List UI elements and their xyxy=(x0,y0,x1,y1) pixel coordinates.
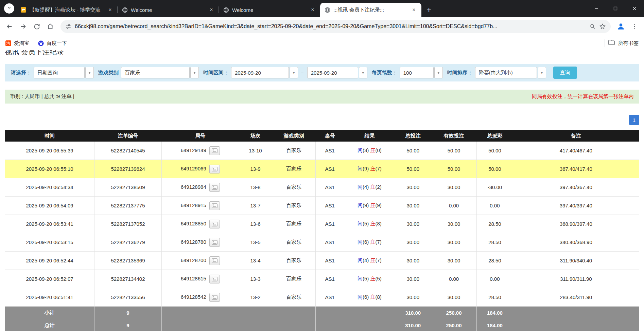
summary-cell: 250.00 xyxy=(431,319,476,331)
chevron-down-icon[interactable]: ▾ xyxy=(190,67,199,78)
cell-total-bet[interactable]: 30.00 xyxy=(395,215,431,233)
tab-close-icon[interactable]: × xyxy=(107,6,114,13)
round-result-image-button[interactable] xyxy=(209,275,220,283)
new-tab-button[interactable]: + xyxy=(423,4,435,16)
browser-tab[interactable]: :::视讯 会员下注纪录:::× xyxy=(320,3,421,17)
round-result-image-button[interactable] xyxy=(209,238,220,247)
menu-icon[interactable] xyxy=(628,20,641,33)
cell-total-bet[interactable]: 30.00 xyxy=(395,233,431,252)
query-type-select[interactable]: 日期查询 ▾ xyxy=(34,67,94,78)
forward-icon[interactable] xyxy=(17,20,29,33)
summary-label: 总计 xyxy=(5,319,94,331)
game-type-value[interactable]: 百家乐 xyxy=(121,67,190,78)
query-type-value[interactable]: 日期查询 xyxy=(34,67,85,78)
browser-tab[interactable]: 【新提醒】海燕论坛 - 博学交流× xyxy=(16,3,118,17)
cell-payout: 0.00 xyxy=(477,197,513,215)
tab-search-button[interactable] xyxy=(4,3,14,14)
all-bookmarks[interactable]: 所有书签 xyxy=(605,39,639,47)
table-row: 2025-09-20 06:53:41522827137052649128850… xyxy=(5,215,639,233)
zoom-icon[interactable] xyxy=(590,23,596,30)
page-size-value[interactable]: 100 xyxy=(400,67,434,78)
picture-icon xyxy=(212,222,217,226)
chevron-down-icon[interactable]: ▾ xyxy=(434,67,443,78)
sort-value[interactable]: 降幂(由大到小) xyxy=(475,67,537,78)
round-result-image-button[interactable] xyxy=(209,220,220,228)
picture-icon xyxy=(212,295,217,300)
minimize-button[interactable] xyxy=(587,0,606,17)
bookmark-item[interactable]: 百度一下 xyxy=(38,40,67,47)
search-button[interactable]: 查询 xyxy=(553,67,577,79)
round-result-image-button[interactable] xyxy=(209,146,220,155)
summary-cell xyxy=(272,319,316,331)
cell-total-bet[interactable]: 30.00 xyxy=(395,288,431,307)
sort-select[interactable]: 降幂(由大到小) ▾ xyxy=(475,67,546,78)
date-range-label: 时间区间： xyxy=(203,70,229,76)
url-text[interactable]: 66cxkj98.com/game/betrecord_search/kind3… xyxy=(75,23,586,30)
cell-valid-bet: 0.00 xyxy=(431,270,476,288)
close-button[interactable] xyxy=(625,0,644,17)
tab-close-icon[interactable]: × xyxy=(411,6,417,13)
round-result-image-button[interactable] xyxy=(209,201,220,210)
game-type-select[interactable]: 百家乐 ▾ xyxy=(121,67,199,78)
home-icon[interactable] xyxy=(44,20,56,33)
summary-cell: 310.00 xyxy=(395,307,431,319)
banker-label: 庄 xyxy=(370,239,375,245)
cell-valid-bet: 30.00 xyxy=(431,233,476,252)
tab-close-icon[interactable]: × xyxy=(309,6,316,13)
back-icon[interactable] xyxy=(3,20,16,33)
chevron-down-icon[interactable]: ▾ xyxy=(290,67,298,78)
player-label: 闲 xyxy=(358,294,363,300)
summary-row: 总计9310.00250.00184.00 xyxy=(5,319,639,331)
cell-bet-number: 522827135369 xyxy=(94,252,162,270)
bookmark-item[interactable]: 淘爱淘宝 xyxy=(5,40,29,47)
address-bar[interactable]: 66cxkj98.com/game/betrecord_search/kind3… xyxy=(60,20,611,33)
cell-round-number: 649128850 xyxy=(161,215,239,233)
round-result-image-button[interactable] xyxy=(209,183,220,192)
browser-tab[interactable]: Welcome× xyxy=(118,3,219,17)
table-row: 2025-09-20 06:55:10522827139624649129069… xyxy=(5,160,639,178)
profile-icon[interactable] xyxy=(615,20,627,33)
cell-session: 13-10 xyxy=(239,142,272,160)
reload-icon[interactable] xyxy=(31,20,43,33)
page-1-button[interactable]: 1 xyxy=(629,115,639,125)
cell-total-bet[interactable]: 50.00 xyxy=(395,160,431,178)
all-bookmarks-label: 所有书签 xyxy=(618,40,639,47)
date-start-select[interactable]: 2025-09-20 ▾ xyxy=(231,67,298,78)
cell-total-bet[interactable]: 30.00 xyxy=(395,270,431,288)
cell-result: 闲(5) 庄(8) xyxy=(344,215,395,233)
cell-total-bet[interactable]: 30.00 xyxy=(395,197,431,215)
cell-table-number: AS1 xyxy=(316,270,344,288)
round-result-image-button[interactable] xyxy=(209,165,220,173)
star-icon[interactable] xyxy=(599,23,606,30)
cell-total-bet[interactable]: 50.00 xyxy=(395,142,431,160)
cell-bet-number: 522827133556 xyxy=(94,288,162,307)
tab-close-icon[interactable]: × xyxy=(208,6,215,13)
cell-note: 368.90/397.40 xyxy=(513,215,639,233)
chevron-down-icon[interactable]: ▾ xyxy=(85,67,94,78)
tune-icon[interactable] xyxy=(65,23,71,30)
page-size-select[interactable]: 100 ▾ xyxy=(400,67,443,78)
cell-total-bet[interactable]: 30.00 xyxy=(395,178,431,197)
window-controls xyxy=(587,0,644,17)
round-number: 649129069 xyxy=(181,165,206,171)
browser-tab[interactable]: Welcome× xyxy=(219,3,320,17)
date-end-value[interactable]: 2025-09-20 xyxy=(307,67,358,78)
cell-table-number: AS1 xyxy=(316,252,344,270)
cell-result: 闲(9) 庄(9) xyxy=(344,197,395,215)
chevron-down-icon[interactable]: ▾ xyxy=(538,67,546,78)
cell-note: 340.40/368.90 xyxy=(513,233,639,252)
date-start-value[interactable]: 2025-09-20 xyxy=(231,67,289,78)
cell-total-bet[interactable]: 30.00 xyxy=(395,252,431,270)
date-end-select[interactable]: 2025-09-20 ▾ xyxy=(307,67,367,78)
round-result-image-button[interactable] xyxy=(209,256,220,265)
cell-table-number: AS1 xyxy=(316,160,344,178)
cell-note: 311.90/311.90 xyxy=(513,270,639,288)
cell-time: 2025-09-20 06:51:41 xyxy=(5,288,94,307)
chevron-down-icon[interactable]: ▾ xyxy=(359,67,367,78)
round-result-image-button[interactable] xyxy=(209,293,220,302)
table-row: 2025-09-20 06:53:15522827136279649128780… xyxy=(5,233,639,252)
maximize-button[interactable] xyxy=(606,0,625,17)
cell-bet-number: 522827137052 xyxy=(94,215,162,233)
cell-game-type: 百家乐 xyxy=(272,197,316,215)
round-number: 649128850 xyxy=(181,220,206,226)
